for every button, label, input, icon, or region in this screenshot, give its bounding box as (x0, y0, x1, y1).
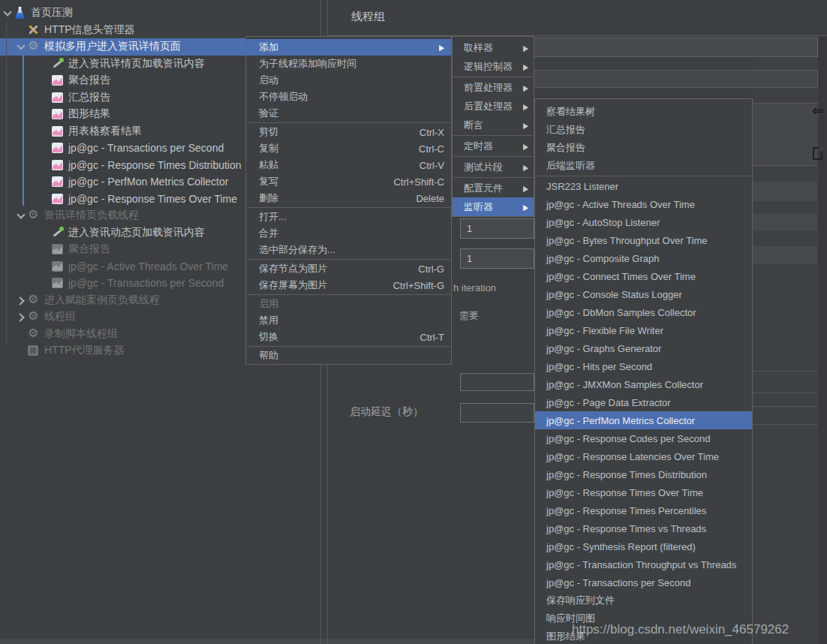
chevron-none-icon (15, 24, 27, 36)
duration-input[interactable] (460, 373, 534, 391)
listener-menu-item[interactable]: 后端监听器 (535, 157, 752, 175)
listener-menu-item[interactable]: jp@gc - Composite Graph (535, 249, 752, 267)
tree-item-label: 模拟多用户进入资讯详情页面 (44, 40, 181, 53)
menu-item-label: 断言 (464, 119, 483, 132)
add-submenu-item[interactable]: 前置处理器▶ (453, 78, 534, 97)
listener-menu-item[interactable]: jp@gc - Active Threads Over Time (535, 195, 752, 213)
add-submenu-item[interactable]: 逻辑控制器▶ (453, 57, 534, 76)
menu-item-label: 逻辑控制器 (464, 60, 513, 74)
listener-menu-item[interactable]: jp@gc - Response Times Percentiles (535, 501, 752, 519)
comment-field[interactable] (525, 70, 818, 88)
textarea-fragment[interactable] (753, 103, 818, 166)
add-submenu-item[interactable]: 测试片段▶ (453, 158, 534, 176)
threads-input[interactable]: 1 (460, 218, 534, 239)
chart-icon (51, 176, 65, 188)
need-label-fragment: 需要 (459, 309, 479, 323)
add-submenu-item[interactable]: 定时器▶ (453, 137, 534, 155)
menu-item-label: jp@gc - Connect Times Over Time (546, 271, 696, 282)
listener-menu-item[interactable]: 保存响应到文件 (535, 591, 752, 609)
listener-menu-item[interactable]: jp@gc - Transaction Throughput vs Thread… (535, 555, 752, 573)
menu-item-label: 打开... (259, 210, 287, 224)
chevron-collapsed-icon[interactable] (15, 294, 27, 306)
context-menu-item[interactable]: 复制Ctrl-C (246, 140, 451, 157)
listener-menu-item[interactable]: jp@gc - Graphs Generator (535, 339, 752, 357)
context-menu-item[interactable]: 保存节点为图片Ctrl-G (246, 260, 451, 277)
context-menu-item[interactable]: 合并 (246, 225, 451, 242)
menu-item-label: 启动 (259, 74, 278, 87)
tree-item-label: 用表格察看结果 (68, 125, 142, 138)
form-row-fragment (753, 246, 818, 264)
listener-menu-item[interactable]: jp@gc - Response Times Distribution (535, 465, 752, 483)
add-submenu-item[interactable]: 断言▶ (453, 116, 534, 134)
gear-icon (27, 311, 41, 323)
back-arrow-icon[interactable]: ⇐ (812, 102, 824, 119)
context-menu-item[interactable]: 剪切Ctrl-X (246, 124, 451, 140)
add-submenu-item[interactable]: 配置元件▶ (453, 179, 534, 197)
chevron-expanded-icon[interactable] (15, 209, 27, 221)
menu-item-label: jp@gc - Flexible File Writer (546, 325, 663, 336)
listener-menu-item[interactable]: jp@gc - Hits per Second (535, 357, 752, 375)
context-menu-item[interactable]: 帮助 (246, 348, 451, 364)
listener-menu-item[interactable]: 察看结果树 (535, 103, 752, 121)
chart-icon (51, 277, 65, 289)
menu-item-label: 禁用 (259, 314, 278, 327)
listener-menu-item[interactable]: jp@gc - Response Times vs Threads (535, 519, 752, 537)
page-title: 线程组 (351, 10, 385, 24)
chevron-collapsed-icon[interactable] (15, 311, 27, 323)
name-field[interactable] (525, 38, 818, 57)
context-menu-item[interactable]: 添加▶ (246, 39, 451, 56)
add-submenu-item[interactable]: 监听器▶ (453, 197, 534, 216)
listener-menu-item[interactable]: jp@gc - Flexible File Writer (535, 321, 752, 339)
chart-icon (51, 108, 65, 120)
context-menu-item[interactable]: 切换Ctrl-T (246, 329, 451, 345)
panel-right-edge (818, 36, 827, 644)
listener-menu-item[interactable]: 聚合报告 (535, 139, 752, 157)
menu-item-label: 复制 (259, 142, 278, 155)
listener-menu-item[interactable]: 汇总报告 (535, 121, 752, 139)
listener-menu-item[interactable]: jp@gc - Bytes Throughput Over Time (535, 231, 752, 249)
context-menu-item[interactable]: 禁用 (246, 312, 451, 329)
context-menu-item[interactable]: 复写Ctrl+Shift-C (246, 173, 451, 190)
context-menu-item[interactable]: 保存屏幕为图片Ctrl+Shift-G (246, 277, 451, 293)
chevron-expanded-icon[interactable] (2, 7, 14, 19)
rampup-input[interactable]: 1 (460, 248, 534, 269)
listener-menu-item[interactable]: jp@gc - Response Codes per Second (535, 429, 752, 447)
add-submenu-item[interactable]: 取样器▶ (453, 38, 534, 57)
listener-menu-item[interactable]: jp@gc - PerfMon Metrics Collector (535, 411, 752, 429)
menu-item-label: 验证 (259, 107, 278, 120)
listener-menu-item[interactable]: jp@gc - Page Data Extractor (535, 393, 752, 411)
context-menu-item[interactable]: 粘贴Ctrl-V (246, 157, 451, 173)
menu-item-label: jp@gc - Page Data Extractor (546, 397, 671, 408)
document-icon[interactable] (813, 147, 822, 160)
startup-delay-input[interactable] (460, 403, 534, 423)
context-menu-item[interactable]: 打开... (246, 209, 451, 225)
tree-item-label: jp@gc - Transactions per Second (68, 277, 224, 289)
tree-item[interactable]: 首页压测 (0, 5, 320, 22)
context-menu-item[interactable]: 为子线程添加响应时间 (246, 56, 451, 72)
listener-menu-item[interactable]: jp@gc - Synthesis Report (filtered) (535, 537, 752, 555)
menu-item-label: 后置处理器 (464, 100, 513, 113)
listener-menu-item[interactable]: jp@gc - AutoStop Listener (535, 213, 752, 231)
listener-menu-item[interactable]: JSR223 Listener (535, 177, 752, 195)
listener-menu-item[interactable]: jp@gc - Transactions per Second (535, 573, 752, 591)
chart-icon (51, 159, 65, 171)
listener-menu-item[interactable]: jp@gc - Connect Times Over Time (535, 267, 752, 285)
add-submenu-item[interactable]: 后置处理器▶ (453, 97, 534, 116)
listener-menu-item[interactable]: jp@gc - Response Latencies Over Time (535, 447, 752, 465)
menu-item-shortcut: Ctrl-T (404, 332, 445, 343)
context-menu-item[interactable]: 启动 (246, 72, 451, 89)
menu-separator (246, 122, 451, 124)
listener-menu-item[interactable]: jp@gc - DbMon Samples Collector (535, 303, 752, 321)
context-menu-item[interactable]: 选中部分保存为... (246, 242, 451, 258)
form-divider (753, 393, 818, 393)
form-row-fragment (753, 182, 818, 201)
context-menu-item[interactable]: 不停顿启动 (246, 89, 451, 105)
context-menu-item[interactable]: 删除Delete (246, 190, 451, 206)
context-menu-item[interactable]: 验证 (246, 105, 451, 122)
listener-menu-item[interactable]: jp@gc - JMXMon Samples Collector (535, 375, 752, 393)
chevron-expanded-icon[interactable] (15, 41, 27, 53)
listener-menu-item[interactable]: jp@gc - Response Times Over Time (535, 483, 752, 501)
gear-icon (27, 328, 41, 340)
listener-menu-item[interactable]: jp@gc - Console Status Logger (535, 285, 752, 303)
menu-item-label: 剪切 (259, 125, 278, 139)
